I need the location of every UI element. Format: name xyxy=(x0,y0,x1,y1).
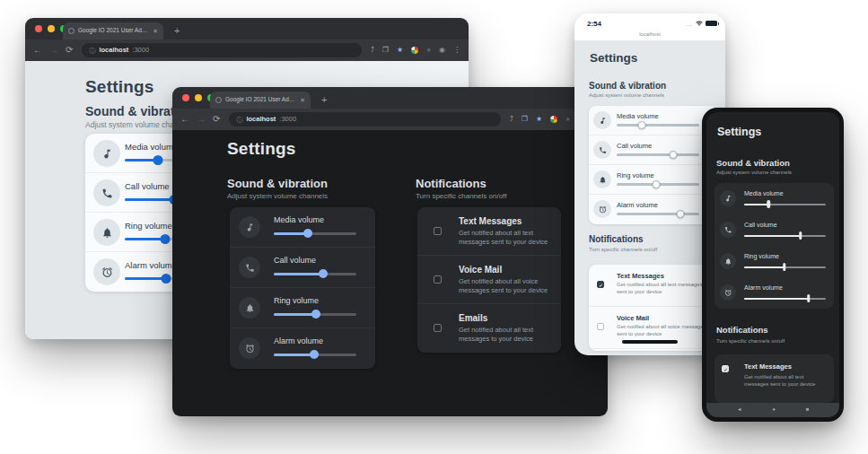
bookmark-star-icon[interactable]: ★ xyxy=(536,116,542,123)
new-tab-button[interactable]: + xyxy=(174,26,180,36)
page-content-dark: Settings Sound & vibration Adjust system… xyxy=(172,130,608,416)
checkbox[interactable] xyxy=(434,275,442,284)
menu-dots-icon[interactable]: ⋮ xyxy=(453,47,460,54)
slider-thumb[interactable] xyxy=(799,231,802,240)
cellular-signal-icon: … xyxy=(687,21,694,27)
share-icon[interactable]: ⤴ xyxy=(371,47,374,54)
home-indicator[interactable] xyxy=(622,340,678,344)
extension-dark-icon[interactable]: ● xyxy=(426,47,431,54)
back-icon[interactable]: ← xyxy=(180,115,189,124)
checkbox[interactable] xyxy=(434,227,442,235)
media-volume-slider[interactable] xyxy=(274,229,356,238)
browser-tab[interactable]: Google IO 2021 User Adaptive ✕ xyxy=(63,22,163,39)
slider-fill xyxy=(125,238,165,240)
site-info-icon[interactable]: ⓘ xyxy=(236,117,242,123)
notification-description: Get notified about all voice messages se… xyxy=(617,324,712,337)
media-volume-row: Media volume xyxy=(230,207,375,248)
notification-row[interactable]: Emails Get notified about all text messa… xyxy=(417,304,561,353)
checkbox[interactable] xyxy=(434,324,442,332)
phone-url-label[interactable]: localhost xyxy=(574,31,725,37)
sound-section-heading: Sound & vibration xyxy=(589,81,666,91)
phone-icon xyxy=(593,141,611,159)
notification-row[interactable]: Emails Get notified about all text messa… xyxy=(589,349,718,351)
slider-thumb[interactable] xyxy=(311,310,320,319)
extension-colored-icon[interactable] xyxy=(550,116,557,123)
checkbox[interactable] xyxy=(597,323,604,330)
slider-thumb[interactable] xyxy=(319,269,328,278)
call-volume-slider[interactable] xyxy=(274,269,356,278)
extension-colored-icon[interactable] xyxy=(411,47,418,54)
notification-row[interactable]: Text Messages Get notified about all tex… xyxy=(715,354,834,403)
slider-thumb[interactable] xyxy=(303,229,312,238)
close-window-button[interactable] xyxy=(182,94,189,101)
reload-icon[interactable]: ⟳ xyxy=(213,115,220,124)
notification-row[interactable]: Text Messages Get notified about all tex… xyxy=(589,265,718,307)
slider-thumb[interactable] xyxy=(637,121,645,129)
site-info-icon[interactable]: ⓘ xyxy=(89,48,95,54)
call-volume-slider[interactable] xyxy=(744,231,826,240)
close-window-button[interactable] xyxy=(35,25,42,32)
minimize-window-button[interactable] xyxy=(195,94,202,101)
media-volume-slider[interactable] xyxy=(617,121,699,129)
slider-thumb[interactable] xyxy=(310,350,319,359)
sound-section-subheading: Adjust system volume channels xyxy=(716,170,792,175)
tab-close-icon[interactable]: ✕ xyxy=(153,28,158,34)
alarm-volume-slider[interactable] xyxy=(617,210,699,218)
volume-label: Call volume xyxy=(125,181,170,191)
reload-icon[interactable]: ⟳ xyxy=(66,46,73,55)
profile-icon[interactable]: ◉ xyxy=(439,47,445,54)
slider-thumb[interactable] xyxy=(676,210,684,218)
music-note-icon xyxy=(93,140,120,167)
bell-icon xyxy=(93,219,120,246)
slider-thumb[interactable] xyxy=(153,155,162,165)
tab-close-icon[interactable]: ✕ xyxy=(300,97,305,103)
phone-icon xyxy=(239,257,260,278)
alarm-volume-slider[interactable] xyxy=(744,294,826,302)
slider-track[interactable] xyxy=(617,153,699,156)
sound-section-subheading: Adjust system volume channels xyxy=(227,192,328,200)
back-icon[interactable]: ← xyxy=(33,46,42,55)
alarm-clock-icon xyxy=(720,284,736,301)
forward-icon[interactable]: → xyxy=(197,115,206,124)
notification-title: Voice Mail xyxy=(617,314,649,322)
browser-tab[interactable]: Google IO 2021 User Adaptive ✕ xyxy=(210,92,311,109)
minimize-window-button[interactable] xyxy=(48,25,55,32)
url-port: :3000 xyxy=(279,116,296,123)
ring-volume-row: Ring volume xyxy=(589,165,718,195)
slider-thumb[interactable] xyxy=(807,294,811,302)
extension-dark-icon[interactable]: ● xyxy=(566,116,570,123)
forward-icon[interactable]: → xyxy=(49,46,58,55)
checkbox[interactable] xyxy=(722,365,729,372)
notification-row[interactable]: Voice Mail Get notified about all voice … xyxy=(417,256,561,304)
ring-volume-slider[interactable] xyxy=(744,263,826,271)
slider-track[interactable] xyxy=(617,213,699,215)
slider-thumb[interactable] xyxy=(669,151,677,159)
alarm-volume-slider[interactable] xyxy=(274,350,356,359)
slider-thumb[interactable] xyxy=(162,274,171,284)
ring-volume-slider[interactable] xyxy=(617,180,699,188)
call-volume-slider[interactable] xyxy=(617,151,699,159)
bookmark-star-icon[interactable]: ★ xyxy=(397,47,403,54)
browser-toolbar: ← → ⟳ ⓘ localhost :3000 ⤴ ❐ ★ ● ◉ ⋮ xyxy=(172,109,608,130)
notifications-heading: Notifications xyxy=(416,177,487,190)
slider-thumb[interactable] xyxy=(767,200,771,208)
tab-search-icon[interactable]: ❐ xyxy=(522,116,528,123)
address-bar[interactable]: ⓘ localhost :3000 xyxy=(229,112,500,127)
tab-search-icon[interactable]: ❐ xyxy=(382,47,389,54)
slider-thumb[interactable] xyxy=(783,263,786,271)
share-icon[interactable]: ⤴ xyxy=(510,116,513,123)
nav-back-icon[interactable]: ◄ xyxy=(737,407,741,413)
address-bar[interactable]: ⓘ localhost :3000 xyxy=(82,43,361,57)
slider-thumb[interactable] xyxy=(653,180,661,188)
slider-thumb[interactable] xyxy=(161,234,171,244)
new-tab-button[interactable]: + xyxy=(321,95,327,105)
checkbox[interactable] xyxy=(597,281,604,288)
ring-volume-slider[interactable] xyxy=(274,310,356,319)
notification-row[interactable]: Text Messages Get notified about all tex… xyxy=(417,207,561,256)
slider-track[interactable] xyxy=(617,124,699,127)
volume-label: Ring volume xyxy=(744,253,779,259)
nav-home-icon[interactable]: ● xyxy=(772,407,775,413)
media-volume-slider[interactable] xyxy=(744,200,826,208)
volume-label: Ring volume xyxy=(125,221,172,231)
nav-recents-icon[interactable]: ■ xyxy=(806,407,809,413)
